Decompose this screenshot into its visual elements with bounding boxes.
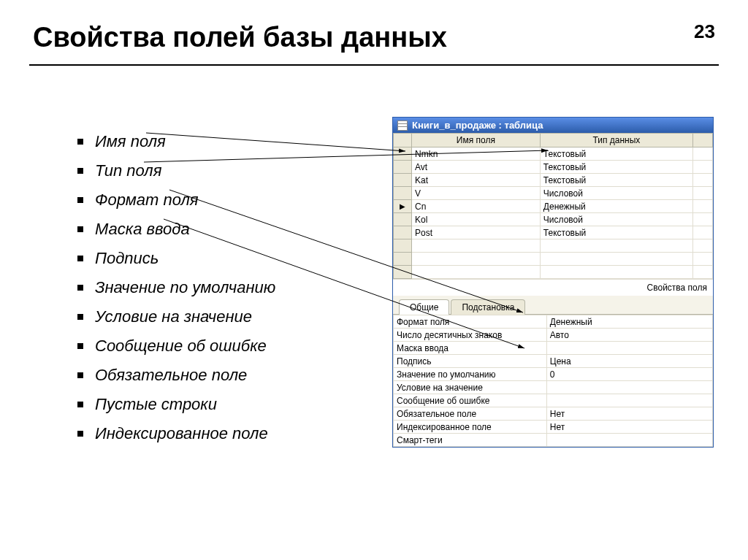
list-item: Формат поля (75, 191, 381, 210)
property-row[interactable]: ПодписьЦена (394, 355, 713, 368)
table-row[interactable] (394, 266, 713, 279)
property-row[interactable]: Смарт-теги (394, 434, 713, 447)
property-label: Обязательное поле (394, 407, 547, 421)
property-value[interactable] (546, 434, 712, 447)
property-label: Маска ввода (394, 342, 547, 355)
property-row[interactable]: Обязательное полеНет (394, 407, 713, 421)
field-type-cell[interactable]: Текстовый (540, 226, 692, 239)
property-label: Сообщение об ошибке (394, 394, 547, 407)
row-selector-header (394, 134, 412, 147)
table-row[interactable]: VЧисловой (394, 187, 713, 200)
list-item: Индексированное поле (75, 424, 381, 443)
table-row[interactable]: PostТекстовый (394, 226, 713, 239)
list-item: Маска ввода (75, 220, 381, 239)
window-titlebar: Книги_в_продаже : таблица (393, 118, 713, 133)
properties-header: Свойства поля (393, 279, 713, 296)
list-item: Пустые строки (75, 395, 381, 414)
list-item: Тип поля (75, 161, 381, 180)
property-value[interactable] (546, 342, 712, 355)
property-value[interactable]: Авто (546, 329, 712, 342)
fields-grid: Имя поля Тип данных NmknТекстовый AvtТек… (393, 133, 713, 279)
property-value[interactable]: Нет (546, 407, 712, 421)
row-selector[interactable] (394, 226, 412, 239)
field-type-cell[interactable]: Числовой (540, 213, 692, 226)
property-value[interactable] (546, 381, 712, 394)
column-header-type: Тип данных (540, 134, 692, 147)
properties-grid: Формат поляДенежный Число десятичных зна… (393, 315, 713, 447)
row-selector[interactable] (394, 213, 412, 226)
field-type-cell[interactable]: Числовой (540, 187, 692, 200)
row-selector[interactable] (394, 187, 412, 200)
page-title: Свойства полей базы данных (33, 22, 447, 53)
property-row[interactable]: Формат поляДенежный (394, 315, 713, 329)
field-name-cell[interactable]: Kat (412, 174, 541, 187)
property-label: Условие на значение (394, 381, 547, 394)
table-row[interactable]: ▶CnДенежный (394, 200, 713, 213)
tab-general[interactable]: Общие (399, 299, 449, 315)
datasheet-icon (397, 120, 408, 131)
table-row[interactable]: KolЧисловой (394, 213, 713, 226)
property-value[interactable]: 0 (546, 368, 712, 381)
page-number: 23 (694, 20, 715, 43)
column-header-name: Имя поля (412, 134, 541, 147)
table-row[interactable] (394, 253, 713, 266)
field-type-cell[interactable]: Денежный (540, 200, 692, 213)
field-type-cell[interactable]: Текстовый (540, 161, 692, 174)
row-selector[interactable] (394, 161, 412, 174)
table-row[interactable]: AvtТекстовый (394, 161, 713, 174)
property-label: Число десятичных знаков (394, 329, 547, 342)
property-row[interactable]: Сообщение об ошибке (394, 394, 713, 407)
column-header-blank (693, 134, 713, 147)
property-value[interactable]: Нет (546, 421, 712, 434)
tabs-row: Общие Подстановка (393, 296, 713, 315)
table-header-row: Имя поля Тип данных (394, 134, 713, 147)
property-row[interactable]: Условие на значение (394, 381, 713, 394)
table-row[interactable]: NmknТекстовый (394, 147, 713, 161)
property-label: Формат поля (394, 315, 547, 329)
table-row[interactable]: KatТекстовый (394, 174, 713, 187)
row-selector[interactable] (394, 174, 412, 187)
property-label: Смарт-теги (394, 434, 547, 447)
property-row[interactable]: Маска ввода (394, 342, 713, 355)
property-value[interactable] (546, 394, 712, 407)
field-name-cell[interactable]: Nmkn (412, 147, 541, 161)
access-table-designer: Книги_в_продаже : таблица Имя поля Тип д… (392, 117, 714, 448)
tab-lookup[interactable]: Подстановка (451, 299, 525, 315)
property-label: Индексированное поле (394, 421, 547, 434)
property-row[interactable]: Число десятичных знаковАвто (394, 329, 713, 342)
list-item: Подпись (75, 249, 381, 268)
property-row[interactable]: Значение по умолчанию0 (394, 368, 713, 381)
window-title-text: Книги_в_продаже : таблица (412, 120, 543, 131)
list-item: Значение по умолчанию (75, 278, 381, 297)
property-row[interactable]: Индексированное полеНет (394, 421, 713, 434)
field-name-cell[interactable]: V (412, 187, 541, 200)
field-name-cell[interactable]: Cn (412, 200, 541, 213)
list-item: Обязательное поле (75, 366, 381, 385)
list-item: Условие на значение (75, 307, 381, 326)
list-item: Имя поля (75, 132, 381, 151)
property-label: Значение по умолчанию (394, 368, 547, 381)
table-row[interactable] (394, 239, 713, 253)
row-selector[interactable]: ▶ (394, 200, 412, 213)
field-type-cell[interactable]: Текстовый (540, 147, 692, 161)
property-label: Подпись (394, 355, 547, 368)
field-name-cell[interactable]: Avt (412, 161, 541, 174)
row-selector[interactable] (394, 147, 412, 161)
field-name-cell[interactable]: Kol (412, 213, 541, 226)
bullet-list: Имя поля Тип поля Формат поля Маска ввод… (45, 132, 381, 453)
field-name-cell[interactable]: Post (412, 226, 541, 239)
property-value[interactable]: Цена (546, 355, 712, 368)
list-item: Сообщение об ошибке (75, 337, 381, 356)
title-divider (29, 64, 719, 66)
property-value[interactable]: Денежный (546, 315, 712, 329)
field-type-cell[interactable]: Текстовый (540, 174, 692, 187)
